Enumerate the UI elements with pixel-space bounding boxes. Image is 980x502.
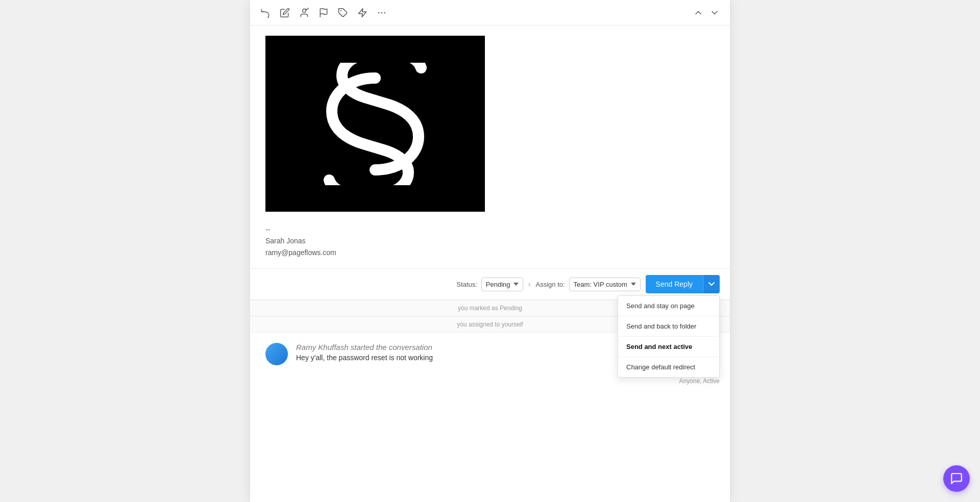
signature: -- Sarah Jonas ramy@pageflows.com [265,224,715,268]
edit-icon[interactable] [280,8,290,18]
avatar [265,343,288,365]
lightning-icon[interactable] [357,8,368,18]
send-reply-dropdown-menu: Send and stay on page Send and back to f… [618,295,720,378]
send-reply-group: Send Reply Send and stay on page Send an… [646,275,720,293]
toolbar [250,0,730,26]
content-area: -- Sarah Jonas ramy@pageflows.com Status… [250,26,730,502]
arrow-icon: › [528,280,531,288]
undo-icon[interactable] [260,8,271,18]
toolbar-right [693,8,720,18]
assign-label: Assign to: [536,281,565,288]
tag-icon[interactable] [338,8,348,18]
email-body: -- Sarah Jonas ramy@pageflows.com [250,26,730,268]
send-reply-dropdown-button[interactable] [703,275,720,293]
assign-select[interactable]: Team: VIP custom Team: Support [569,278,641,291]
svg-point-4 [378,12,380,13]
svg-point-5 [381,12,383,13]
assign-row: Assign to: Team: VIP custom Team: Suppor… [536,278,641,291]
chat-bubble-button[interactable] [943,465,970,492]
action-bar: Status: Pending Open Closed › Assign to:… [250,268,730,300]
send-reply-button[interactable]: Send Reply [646,275,703,293]
assign-icon[interactable] [299,8,309,18]
signature-name: Sarah Jonas [265,235,715,246]
conversation-action: started the conversation [351,343,432,352]
signature-dash: -- [265,224,715,235]
dropdown-item-default[interactable]: Change default redirect [618,357,719,377]
nav-down-icon[interactable] [709,8,720,18]
svg-marker-3 [359,8,366,17]
status-row: Status: Pending Open Closed [456,278,523,291]
nav-up-icon[interactable] [693,8,703,18]
svg-point-6 [384,12,386,13]
logo-image [265,36,485,212]
conversation-author: Ramy Khuffash [296,343,349,352]
svg-point-0 [303,9,306,12]
signature-email: ramy@pageflows.com [265,247,715,258]
flag-icon[interactable] [318,8,329,18]
more-icon[interactable] [377,8,387,18]
status-label: Status: [456,281,477,288]
dropdown-item-folder[interactable]: Send and back to folder [618,316,719,337]
toolbar-left [260,8,387,18]
dropdown-item-next[interactable]: Send and next active [618,337,719,357]
status-select[interactable]: Pending Open Closed [481,278,523,291]
dropdown-item-stay[interactable]: Send and stay on page [618,296,719,316]
main-panel: -- Sarah Jonas ramy@pageflows.com Status… [250,0,730,502]
